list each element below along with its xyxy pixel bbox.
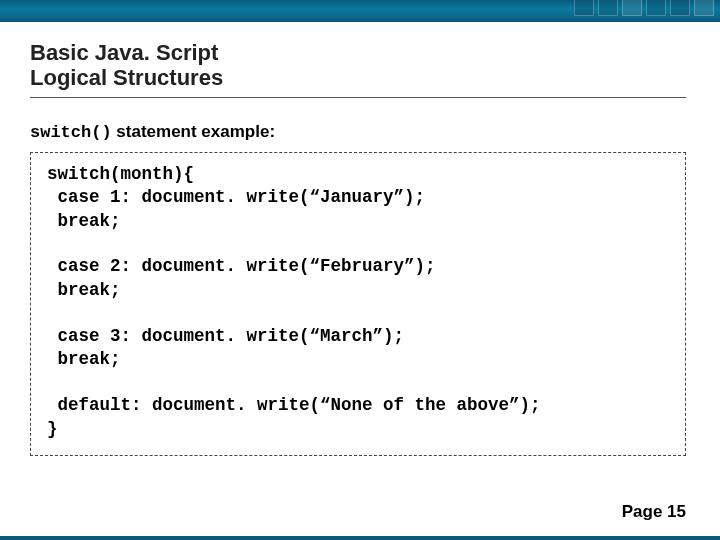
slide-title: Basic Java. Script Logical Structures (30, 40, 686, 91)
code-gap (47, 303, 669, 325)
code-line: case 3: document. write(“March”); (47, 325, 669, 349)
slide-content: Basic Java. Script Logical Structures sw… (0, 22, 720, 456)
subtitle-text: statement example: (112, 122, 275, 141)
footer-band (0, 536, 720, 540)
code-line: case 2: document. write(“February”); (47, 255, 669, 279)
code-line: case 1: document. write(“January”); (47, 186, 669, 210)
header-square-icon (646, 0, 666, 16)
title-line-1: Basic Java. Script (30, 40, 218, 65)
code-line: default: document. write(“None of the ab… (47, 394, 669, 418)
subtitle: switch() statement example: (30, 122, 686, 142)
title-divider (30, 97, 686, 98)
header-square-icon (622, 0, 642, 16)
code-line: } (47, 418, 669, 442)
header-square-icon (574, 0, 594, 16)
subtitle-code: switch() (30, 123, 112, 142)
page-number: Page 15 (622, 502, 686, 522)
code-gap (47, 372, 669, 394)
header-square-icon (598, 0, 618, 16)
code-line: switch(month){ (47, 163, 669, 187)
code-gap (47, 233, 669, 255)
code-line: break; (47, 279, 669, 303)
title-line-2: Logical Structures (30, 65, 223, 90)
code-line: break; (47, 210, 669, 234)
header-band (0, 0, 720, 22)
header-decoration (574, 0, 714, 16)
code-line: break; (47, 348, 669, 372)
header-square-icon (694, 0, 714, 16)
header-square-icon (670, 0, 690, 16)
code-box: switch(month){ case 1: document. write(“… (30, 152, 686, 457)
